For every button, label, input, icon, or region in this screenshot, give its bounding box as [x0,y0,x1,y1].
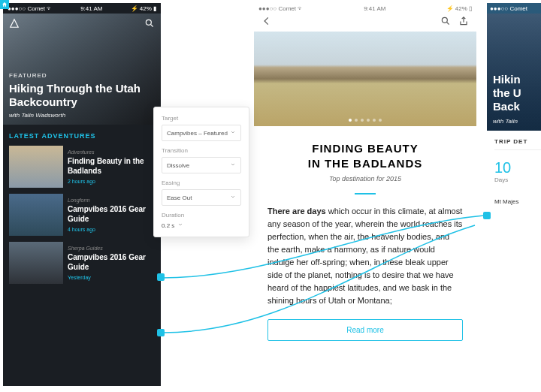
thumbnail [9,146,63,188]
link-handle[interactable] [157,329,165,336]
status-bar: ●●●○○ Comet ᯤ 9:41 AM ⚡ 42% ▯ [254,3,476,14]
item-category: Sherpa Guides [68,246,155,251]
link-handle[interactable] [157,273,165,281]
trip-location: Mt Majes [494,198,541,205]
back-icon[interactable] [261,16,272,29]
thumbnail [9,242,63,284]
item-category: Longform [68,198,155,203]
link-handle[interactable] [483,212,491,219]
duration-value[interactable]: 0.2 s [162,222,241,229]
screen-article: ●●●○○ Comet ᯤ 9:41 AM ⚡ 42% ▯ FINDING BE… [254,3,476,386]
interaction-popover[interactable]: Target Campvibes – Featured Transition D… [153,107,249,237]
item-title: Campvibes 2016 Gear Guide [68,204,155,224]
trip-hero[interactable]: Hikinthe UBack with Talin [487,14,541,131]
item-title: Finding Beauty in the Badlands [68,156,155,176]
divider [355,193,376,194]
transition-label: Transition [162,147,241,154]
svg-point-0 [146,20,151,25]
trip-stat: 10 Days [494,159,541,183]
read-more-button[interactable]: Read more [267,319,463,341]
easing-select[interactable]: Ease Out [162,189,241,206]
chevron-down-icon [177,222,183,229]
share-icon[interactable] [458,16,469,29]
article-subtitle: Top destination for 2015 [267,175,463,182]
home-icon[interactable] [0,0,9,9]
item-time: 4 hours ago [68,227,155,232]
chevron-down-icon [230,129,236,137]
transition-select[interactable]: Dissolve [162,157,241,173]
easing-label: Easing [162,179,241,186]
screen-trip-detail: ●●●○○ Comet Hikinthe UBack with Talin TR… [487,3,541,386]
target-label: Target [162,115,241,122]
item-category: Adventures [68,149,155,155]
featured-author: with Talin Wadsworth [9,112,155,119]
section-header: LATEST ADVENTURES [3,125,161,146]
article-title: FINDING BEAUTYIN THE BADLANDS [267,141,463,170]
article-body: There are days which occur in this clima… [267,205,463,307]
status-bar: ●●●○○ Comet ᯤ 9:41 AM ⚡ 42% ▮ [3,3,161,14]
featured-tag: FEATURED [9,72,155,79]
featured-hero[interactable]: FEATURED Hiking Through the Utah Backcou… [3,14,161,125]
article-hero-image[interactable] [254,32,476,126]
chevron-down-icon [230,194,236,201]
list-item[interactable]: Sherpa Guides Campvibes 2016 Gear Guide … [3,242,161,290]
search-icon[interactable] [144,18,155,32]
status-bar: ●●●○○ Comet [487,3,541,14]
trip-title: Hikinthe UBack [493,73,541,113]
list-item[interactable]: Adventures Finding Beauty in the Badland… [3,146,161,194]
screen-feed: ●●●○○ Comet ᯤ 9:41 AM ⚡ 42% ▮ FEATURED H… [3,3,161,386]
target-select[interactable]: Campvibes – Featured [162,125,241,141]
duration-label: Duration [162,212,241,219]
panel-header: TRIP DET [494,138,541,150]
trip-author: with Talin [493,118,541,125]
list-item[interactable]: Longform Campvibes 2016 Gear Guide 4 hou… [3,194,161,242]
nav-bar [254,14,476,32]
featured-title: Hiking Through the Utah Backcountry [9,82,155,109]
item-time: Yesterday [68,275,155,280]
svg-point-1 [442,17,447,23]
carousel-dots[interactable] [254,119,476,122]
item-title: Campvibes 2016 Gear Guide [68,252,155,272]
thumbnail [9,194,63,236]
search-icon[interactable] [440,16,451,29]
chevron-down-icon [230,161,236,169]
app-logo-icon[interactable] [9,18,20,32]
item-time: 2 hours ago [68,179,155,184]
stat-number: 10 [494,159,541,176]
stat-label: Days [494,176,541,183]
